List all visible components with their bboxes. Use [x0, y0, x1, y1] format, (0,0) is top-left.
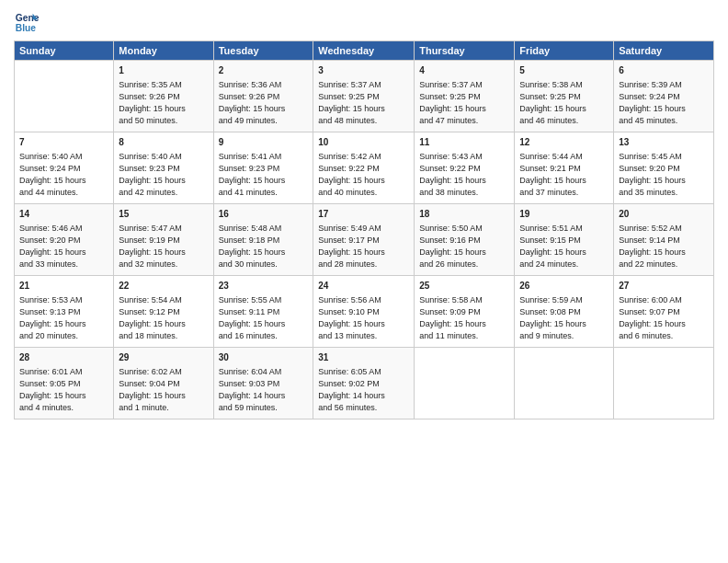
calendar-cell: 14Sunrise: 5:46 AM Sunset: 9:20 PM Dayli… — [15, 204, 114, 276]
calendar-cell: 30Sunrise: 6:04 AM Sunset: 9:03 PM Dayli… — [213, 348, 313, 419]
cell-content: Sunrise: 5:51 AM Sunset: 9:15 PM Dayligh… — [519, 223, 609, 270]
cell-content: Sunrise: 5:45 AM Sunset: 9:20 PM Dayligh… — [619, 151, 709, 199]
day-number: 4 — [419, 64, 509, 77]
day-number: 10 — [318, 136, 409, 149]
calendar-cell: 31Sunrise: 6:05 AM Sunset: 9:02 PM Dayli… — [313, 348, 415, 419]
day-number: 3 — [318, 64, 409, 77]
cell-content: Sunrise: 5:40 AM Sunset: 9:24 PM Dayligh… — [19, 151, 108, 199]
day-number: 6 — [619, 64, 709, 77]
col-header-sunday: Sunday — [15, 41, 114, 61]
cell-content: Sunrise: 5:40 AM Sunset: 9:23 PM Dayligh… — [119, 151, 208, 199]
day-number: 14 — [19, 208, 108, 221]
cell-content: Sunrise: 6:02 AM Sunset: 9:04 PM Dayligh… — [119, 366, 208, 414]
day-number: 11 — [419, 136, 509, 149]
calendar-cell: 27Sunrise: 6:00 AM Sunset: 9:07 PM Dayli… — [614, 276, 714, 348]
calendar-cell: 20Sunrise: 5:52 AM Sunset: 9:14 PM Dayli… — [614, 204, 714, 276]
cell-content: Sunrise: 5:47 AM Sunset: 9:19 PM Dayligh… — [119, 223, 208, 270]
calendar-cell: 18Sunrise: 5:50 AM Sunset: 9:16 PM Dayli… — [415, 204, 515, 276]
day-number: 31 — [318, 351, 409, 364]
day-number: 30 — [219, 351, 309, 364]
day-number: 29 — [119, 351, 208, 364]
col-header-tuesday: Tuesday — [213, 41, 313, 61]
calendar-cell: 7Sunrise: 5:40 AM Sunset: 9:24 PM Daylig… — [15, 132, 114, 204]
cell-content: Sunrise: 5:49 AM Sunset: 9:17 PM Dayligh… — [318, 223, 409, 270]
day-number: 20 — [619, 208, 709, 221]
cell-content: Sunrise: 5:46 AM Sunset: 9:20 PM Dayligh… — [19, 223, 108, 270]
week-row-5: 28Sunrise: 6:01 AM Sunset: 9:05 PM Dayli… — [15, 348, 714, 419]
week-row-4: 21Sunrise: 5:53 AM Sunset: 9:13 PM Dayli… — [15, 276, 714, 348]
header: General Blue — [14, 9, 714, 35]
col-header-thursday: Thursday — [415, 41, 515, 61]
col-header-wednesday: Wednesday — [313, 41, 415, 61]
week-row-2: 7Sunrise: 5:40 AM Sunset: 9:24 PM Daylig… — [15, 132, 714, 204]
day-number: 12 — [519, 136, 609, 149]
day-number: 13 — [619, 136, 709, 149]
cell-content: Sunrise: 5:37 AM Sunset: 9:25 PM Dayligh… — [419, 79, 509, 127]
calendar-cell: 25Sunrise: 5:58 AM Sunset: 9:09 PM Dayli… — [415, 276, 515, 348]
day-number: 5 — [519, 64, 609, 77]
logo: General Blue — [14, 9, 43, 35]
cell-content: Sunrise: 5:39 AM Sunset: 9:24 PM Dayligh… — [619, 79, 709, 127]
cell-content: Sunrise: 5:53 AM Sunset: 9:13 PM Dayligh… — [19, 294, 108, 342]
calendar-cell: 28Sunrise: 6:01 AM Sunset: 9:05 PM Dayli… — [15, 348, 114, 419]
calendar-cell: 23Sunrise: 5:55 AM Sunset: 9:11 PM Dayli… — [213, 276, 313, 348]
calendar-cell: 21Sunrise: 5:53 AM Sunset: 9:13 PM Dayli… — [15, 276, 114, 348]
day-number: 22 — [119, 280, 208, 293]
calendar-cell: 11Sunrise: 5:43 AM Sunset: 9:22 PM Dayli… — [415, 132, 515, 204]
day-number: 27 — [619, 280, 709, 293]
day-number: 16 — [219, 208, 309, 221]
cell-content: Sunrise: 6:05 AM Sunset: 9:02 PM Dayligh… — [318, 366, 409, 414]
calendar-cell: 29Sunrise: 6:02 AM Sunset: 9:04 PM Dayli… — [114, 348, 213, 419]
cell-content: Sunrise: 6:00 AM Sunset: 9:07 PM Dayligh… — [619, 294, 709, 342]
calendar-cell: 6Sunrise: 5:39 AM Sunset: 9:24 PM Daylig… — [614, 61, 714, 132]
cell-content: Sunrise: 5:41 AM Sunset: 9:23 PM Dayligh… — [219, 151, 309, 199]
day-number: 18 — [419, 208, 509, 221]
svg-text:Blue: Blue — [16, 23, 37, 33]
calendar-cell: 26Sunrise: 5:59 AM Sunset: 9:08 PM Dayli… — [515, 276, 614, 348]
calendar-cell: 10Sunrise: 5:42 AM Sunset: 9:22 PM Dayli… — [313, 132, 415, 204]
calendar-cell: 24Sunrise: 5:56 AM Sunset: 9:10 PM Dayli… — [313, 276, 415, 348]
calendar-cell — [515, 348, 614, 419]
day-number: 28 — [19, 351, 108, 364]
calendar-cell: 2Sunrise: 5:36 AM Sunset: 9:26 PM Daylig… — [213, 61, 313, 132]
col-header-saturday: Saturday — [614, 41, 714, 61]
day-number: 15 — [119, 208, 208, 221]
calendar-cell — [415, 348, 515, 419]
calendar-cell: 5Sunrise: 5:38 AM Sunset: 9:25 PM Daylig… — [515, 61, 614, 132]
day-number: 21 — [19, 280, 108, 293]
logo-icon: General Blue — [14, 9, 40, 35]
cell-content: Sunrise: 5:52 AM Sunset: 9:14 PM Dayligh… — [619, 223, 709, 270]
calendar-table: SundayMondayTuesdayWednesdayThursdayFrid… — [14, 40, 714, 419]
calendar-cell: 1Sunrise: 5:35 AM Sunset: 9:26 PM Daylig… — [114, 61, 213, 132]
cell-content: Sunrise: 5:48 AM Sunset: 9:18 PM Dayligh… — [219, 223, 309, 270]
day-number: 24 — [318, 280, 409, 293]
calendar-cell: 13Sunrise: 5:45 AM Sunset: 9:20 PM Dayli… — [614, 132, 714, 204]
cell-content: Sunrise: 6:04 AM Sunset: 9:03 PM Dayligh… — [219, 366, 309, 414]
calendar-cell: 8Sunrise: 5:40 AM Sunset: 9:23 PM Daylig… — [114, 132, 213, 204]
calendar-cell — [614, 348, 714, 419]
cell-content: Sunrise: 5:37 AM Sunset: 9:25 PM Dayligh… — [318, 79, 409, 127]
col-header-friday: Friday — [515, 41, 614, 61]
day-number: 7 — [19, 136, 108, 149]
day-number: 17 — [318, 208, 409, 221]
cell-content: Sunrise: 5:54 AM Sunset: 9:12 PM Dayligh… — [119, 294, 208, 342]
week-row-1: 1Sunrise: 5:35 AM Sunset: 9:26 PM Daylig… — [15, 61, 714, 132]
day-number: 8 — [119, 136, 208, 149]
day-number: 9 — [219, 136, 309, 149]
cell-content: Sunrise: 5:44 AM Sunset: 9:21 PM Dayligh… — [519, 151, 609, 199]
day-number: 26 — [519, 280, 609, 293]
cell-content: Sunrise: 5:56 AM Sunset: 9:10 PM Dayligh… — [318, 294, 409, 342]
calendar-cell: 12Sunrise: 5:44 AM Sunset: 9:21 PM Dayli… — [515, 132, 614, 204]
calendar-cell: 15Sunrise: 5:47 AM Sunset: 9:19 PM Dayli… — [114, 204, 213, 276]
calendar-cell: 16Sunrise: 5:48 AM Sunset: 9:18 PM Dayli… — [213, 204, 313, 276]
cell-content: Sunrise: 5:38 AM Sunset: 9:25 PM Dayligh… — [519, 79, 609, 127]
cell-content: Sunrise: 5:36 AM Sunset: 9:26 PM Dayligh… — [219, 79, 309, 127]
cell-content: Sunrise: 5:55 AM Sunset: 9:11 PM Dayligh… — [219, 294, 309, 342]
calendar-cell: 17Sunrise: 5:49 AM Sunset: 9:17 PM Dayli… — [313, 204, 415, 276]
week-row-3: 14Sunrise: 5:46 AM Sunset: 9:20 PM Dayli… — [15, 204, 714, 276]
cell-content: Sunrise: 5:42 AM Sunset: 9:22 PM Dayligh… — [318, 151, 409, 199]
calendar-page: General Blue SundayMondayTuesdayWednesda… — [0, 0, 728, 563]
day-number: 19 — [519, 208, 609, 221]
calendar-cell: 9Sunrise: 5:41 AM Sunset: 9:23 PM Daylig… — [213, 132, 313, 204]
cell-content: Sunrise: 5:35 AM Sunset: 9:26 PM Dayligh… — [119, 79, 208, 127]
